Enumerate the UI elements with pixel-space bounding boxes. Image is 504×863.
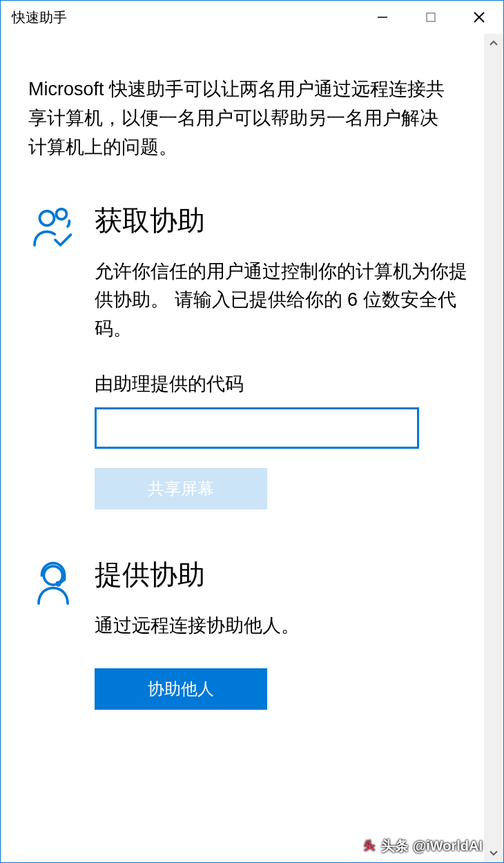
- svg-point-7: [57, 582, 60, 585]
- maximize-icon: [425, 12, 436, 23]
- vertical-scrollbar[interactable]: [484, 34, 503, 862]
- assist-others-button[interactable]: 协助他人: [95, 668, 267, 710]
- minimize-button[interactable]: [358, 1, 407, 34]
- app-window: 快速助手 Microsoft 快速助手可以让两名用户通过远程连接共享计算机，以便…: [0, 0, 504, 863]
- share-screen-button[interactable]: 共享屏幕: [95, 468, 267, 510]
- scroll-down-button[interactable]: [484, 843, 503, 862]
- svg-point-5: [57, 209, 67, 219]
- watermark-logo-icon: 头: [362, 839, 377, 854]
- svg-rect-1: [427, 13, 435, 21]
- scroll-up-button[interactable]: [484, 34, 503, 53]
- scroll-track[interactable]: [484, 53, 503, 843]
- intro-text: Microsoft 快速助手可以让两名用户通过远程连接共享计算机，以便一名用户可…: [28, 75, 484, 162]
- chevron-up-icon: [488, 38, 499, 49]
- give-help-section: 提供协助 通过远程连接协助他人。 协助他人: [28, 558, 484, 710]
- headset-person-icon: [28, 558, 78, 608]
- close-button[interactable]: [455, 1, 503, 34]
- window-controls: [358, 1, 503, 34]
- titlebar: 快速助手: [1, 1, 503, 34]
- get-help-header: 获取协助 允许你信任的用户通过控制你的计算机为你提供协助。 请输入已提供给你的 …: [28, 204, 484, 510]
- people-check-icon: [28, 204, 78, 253]
- give-help-title: 提供协助: [95, 558, 484, 591]
- watermark: 头 头条 @iWorldAI: [362, 837, 483, 855]
- content-wrapper: Microsoft 快速助手可以让两名用户通过远程连接共享计算机，以便一名用户可…: [1, 34, 503, 862]
- get-help-desc: 允许你信任的用户通过控制你的计算机为你提供协助。 请输入已提供给你的 6 位数安…: [95, 258, 484, 345]
- give-help-desc: 通过远程连接协助他人。: [95, 612, 484, 641]
- code-input-label: 由助理提供的代码: [95, 371, 484, 396]
- code-input[interactable]: [95, 407, 419, 449]
- content: Microsoft 快速助手可以让两名用户通过远程连接共享计算机，以便一名用户可…: [1, 34, 484, 862]
- give-help-body: 提供协助 通过远程连接协助他人。 协助他人: [95, 558, 484, 710]
- chevron-down-icon: [488, 847, 499, 858]
- svg-point-4: [40, 211, 55, 225]
- get-help-title: 获取协助: [95, 204, 484, 237]
- get-help-section: 获取协助 允许你信任的用户通过控制你的计算机为你提供协助。 请输入已提供给你的 …: [28, 204, 484, 510]
- window-title: 快速助手: [12, 8, 358, 27]
- minimize-icon: [376, 11, 389, 23]
- watermark-text: 头条 @iWorldAI: [381, 837, 483, 855]
- get-help-body: 获取协助 允许你信任的用户通过控制你的计算机为你提供协助。 请输入已提供给你的 …: [95, 204, 484, 510]
- close-icon: [472, 10, 486, 24]
- give-help-header: 提供协助 通过远程连接协助他人。 协助他人: [28, 558, 484, 710]
- maximize-button[interactable]: [407, 1, 455, 34]
